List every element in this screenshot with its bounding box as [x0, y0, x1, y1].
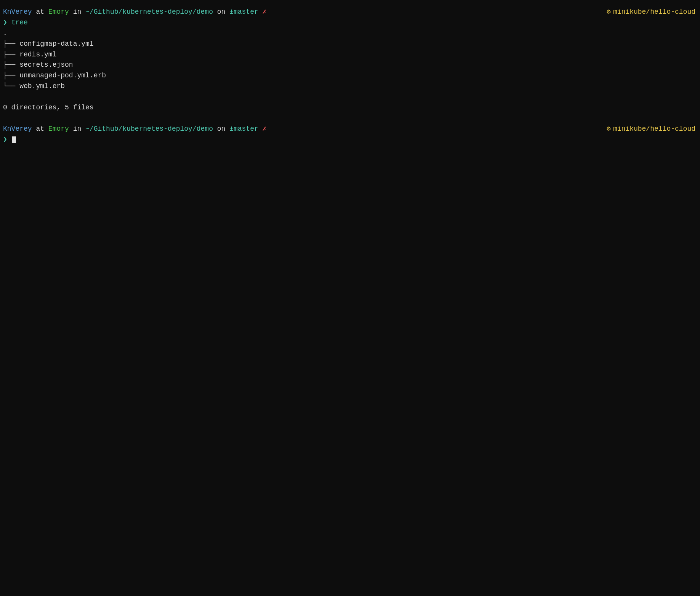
- filename-3: secrets.ejson: [19, 60, 73, 70]
- branch-name-2: master: [234, 124, 258, 135]
- gear-icon-2: ⚙: [607, 124, 611, 135]
- path-2: ~/Github/kubernetes-deploy/demo: [85, 124, 213, 135]
- branch-char-3: ├──: [3, 60, 19, 70]
- tree-file-3: ├── secrets.ejson: [0, 60, 700, 70]
- filename-2: redis.yml: [19, 50, 56, 60]
- filename-4: unmanaged-pod.yml.erb: [19, 70, 106, 81]
- branch-symbol-1: ±: [229, 7, 234, 18]
- terminal-cursor: [12, 136, 16, 143]
- on-text-1: on: [213, 7, 229, 18]
- branch-char-1: ├──: [3, 39, 19, 50]
- gear-icon-1: ⚙: [607, 7, 611, 18]
- filename-5: web.yml.erb: [19, 81, 65, 92]
- command-line-1: ❯ tree: [0, 18, 700, 28]
- prompt-line-1: KnVerey at Emory in ~/Github/kubernetes-…: [0, 7, 700, 18]
- right-info-1: ⚙ minikube/hello-cloud: [607, 7, 695, 18]
- username-2: KnVerey: [3, 124, 32, 135]
- tree-root: .: [3, 28, 7, 39]
- in-text-1: in: [69, 7, 85, 18]
- hostname-1: Emory: [48, 7, 69, 18]
- branch-char-5: └──: [3, 81, 19, 92]
- tree-file-1: ├── configmap-data.yml: [0, 39, 700, 50]
- branch-char-4: ├──: [3, 70, 19, 81]
- at-text-1: at: [32, 7, 48, 18]
- branch-symbol-2: ±: [229, 124, 234, 135]
- kube-context-2: minikube/hello-cloud: [613, 124, 695, 135]
- kube-context-1: minikube/hello-cloud: [613, 7, 695, 18]
- prompt-symbol-1: ❯: [3, 18, 7, 28]
- empty-line-2: [0, 113, 700, 124]
- x-mark-2: ✗: [263, 124, 267, 135]
- tree-summary: 0 directories, 5 files: [3, 103, 94, 113]
- prompt-left-1: KnVerey at Emory in ~/Github/kubernetes-…: [3, 7, 266, 18]
- empty-line-1: [0, 92, 700, 103]
- tree-command: tree: [11, 18, 28, 28]
- prompt-left-2: KnVerey at Emory in ~/Github/kubernetes-…: [3, 124, 266, 135]
- tree-file-4: ├── unmanaged-pod.yml.erb: [0, 70, 700, 81]
- branch-char-2: ├──: [3, 50, 19, 60]
- right-info-2: ⚙ minikube/hello-cloud: [607, 124, 695, 135]
- at-text-2: at: [32, 124, 48, 135]
- command-line-2[interactable]: ❯: [0, 135, 700, 145]
- tree-file-2: ├── redis.yml: [0, 50, 700, 60]
- in-text-2: in: [69, 124, 85, 135]
- tree-file-5: └── web.yml.erb: [0, 81, 700, 92]
- branch-name-1: master: [234, 7, 258, 18]
- prompt-symbol-2: ❯: [3, 135, 7, 145]
- path-1: ~/Github/kubernetes-deploy/demo: [85, 7, 213, 18]
- tree-root-line: .: [0, 28, 700, 39]
- hostname-2: Emory: [48, 124, 69, 135]
- summary-line: 0 directories, 5 files: [0, 103, 700, 113]
- x-mark-1: ✗: [263, 7, 267, 18]
- filename-1: configmap-data.yml: [19, 39, 93, 50]
- on-text-2: on: [213, 124, 229, 135]
- prompt-line-2: KnVerey at Emory in ~/Github/kubernetes-…: [0, 124, 700, 135]
- terminal: KnVerey at Emory in ~/Github/kubernetes-…: [0, 4, 700, 596]
- username-1: KnVerey: [3, 7, 32, 18]
